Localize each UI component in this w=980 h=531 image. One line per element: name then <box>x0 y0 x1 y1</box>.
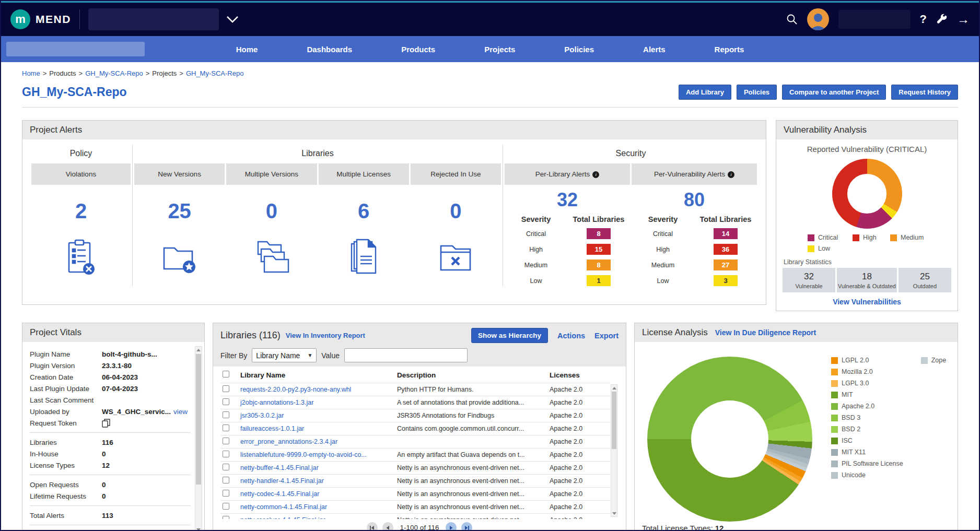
library-link[interactable]: netty-buffer-4.1.45.Final.jar <box>240 464 319 471</box>
table-scrollbar[interactable] <box>611 384 617 517</box>
last-page-button[interactable] <box>461 522 472 531</box>
vitals-scrollbar[interactable] <box>195 346 202 531</box>
nav-item-policies[interactable]: Policies <box>540 45 619 54</box>
divider <box>30 432 191 433</box>
new-versions-count[interactable]: 25 <box>134 199 225 223</box>
search-icon[interactable] <box>786 14 798 25</box>
per-vulnerability-total[interactable]: 80 <box>632 189 757 211</box>
library-link[interactable]: j2objc-annotations-1.3.jar <box>240 399 313 406</box>
multiple-licenses-count[interactable]: 6 <box>319 199 409 223</box>
library-link[interactable]: requests-2.20.0-py2.py3-none-any.whl <box>240 386 351 393</box>
add-library-button[interactable]: Add Library <box>679 85 731 100</box>
nav-item-dashboards[interactable]: Dashboards <box>282 45 377 54</box>
rejected-in-use-count[interactable]: 0 <box>411 199 501 223</box>
breadcrumb-home[interactable]: Home <box>22 69 40 77</box>
high-badge[interactable]: 15 <box>587 244 611 255</box>
scroll-up-icon[interactable] <box>611 385 617 391</box>
view-inventory-report-link[interactable]: View In Inventory Report <box>286 332 365 339</box>
filter-value-input[interactable] <box>344 348 468 362</box>
row-checkbox[interactable] <box>223 477 229 483</box>
low-badge[interactable]: 1 <box>587 275 611 286</box>
row-checkbox[interactable] <box>223 503 229 510</box>
row-checkbox[interactable] <box>223 438 229 444</box>
library-link[interactable]: netty-common-4.1.45.Final.jar <box>240 503 327 511</box>
critical-badge[interactable]: 8 <box>587 228 611 239</box>
violations-count[interactable]: 2 <box>31 199 131 223</box>
logout-icon[interactable]: → <box>957 12 970 27</box>
info-icon[interactable]: i <box>592 171 599 178</box>
scroll-down-icon[interactable] <box>195 526 202 531</box>
row-checkbox[interactable] <box>223 398 229 405</box>
due-diligence-report-link[interactable]: View In Due Diligence Report <box>715 328 816 337</box>
avatar[interactable] <box>807 8 829 30</box>
uploaded-by-view-link[interactable]: view <box>173 408 188 416</box>
copy-token-icon[interactable] <box>102 419 110 428</box>
row-checkbox[interactable] <box>223 516 229 519</box>
chevron-down-icon[interactable] <box>226 16 239 23</box>
vulnerable-stat: 32Vulnerable <box>783 268 835 292</box>
license-donut-chart <box>647 357 812 522</box>
library-link[interactable]: netty-handler-4.1.45.Final.jar <box>240 477 324 485</box>
library-link[interactable]: netty-resolver-4.1.45.Final.jar <box>240 516 325 519</box>
library-link[interactable]: error_prone_annotations-2.3.4.jar <box>240 438 337 445</box>
nav-item-products[interactable]: Products <box>377 45 460 54</box>
library-link[interactable]: failureaccess-1.0.1.jar <box>240 425 304 432</box>
policies-button[interactable]: Policies <box>737 85 777 100</box>
actions-link[interactable]: Actions <box>557 332 585 340</box>
library-link[interactable]: netty-codec-4.1.45.Final.jar <box>240 490 319 498</box>
row-checkbox[interactable] <box>223 464 229 470</box>
apache2-swatch <box>831 403 838 410</box>
medium-badge[interactable]: 27 <box>714 259 738 270</box>
row-checkbox[interactable] <box>223 411 229 418</box>
next-page-button[interactable] <box>446 522 457 531</box>
per-library-alerts-header: Per-Library Alertsi <box>505 163 630 185</box>
pagination-label: 1-100 of 116 <box>400 524 439 531</box>
row-checkbox[interactable] <box>223 424 229 431</box>
new-versions-folder-star-icon <box>134 239 225 275</box>
scroll-down-icon[interactable] <box>611 510 617 516</box>
prev-page-button[interactable] <box>382 522 393 531</box>
medium-badge[interactable]: 8 <box>587 259 611 270</box>
library-link[interactable]: jsr305-3.0.2.jar <box>240 412 284 419</box>
first-page-button[interactable] <box>367 522 378 531</box>
select-all-checkbox[interactable] <box>223 371 229 377</box>
critical-badge[interactable]: 14 <box>714 228 738 239</box>
table-row: jsr305-3.0.2.jarJSR305 Annotations for F… <box>220 409 610 422</box>
help-icon[interactable]: ? <box>920 13 927 26</box>
row-checkbox[interactable] <box>223 451 229 457</box>
page-title: GH_My-SCA-Repo <box>22 85 127 99</box>
nav-item-projects[interactable]: Projects <box>460 45 540 54</box>
table-row: netty-resolver-4.1.45.Final.jarNetty is … <box>220 514 610 520</box>
bsd3-swatch <box>831 415 838 421</box>
row-checkbox[interactable] <box>223 385 229 392</box>
multiple-versions-count[interactable]: 0 <box>226 199 317 223</box>
admin-wrench-icon[interactable] <box>936 14 948 25</box>
library-link[interactable]: listenablefuture-9999.0-empty-to-avoid-c… <box>240 451 367 458</box>
top-bar: m MEND ? → <box>1 3 979 36</box>
per-library-total[interactable]: 32 <box>505 189 630 211</box>
low-badge[interactable]: 3 <box>714 275 738 286</box>
divider <box>30 525 191 525</box>
view-vulnerabilities-link[interactable]: View Vulnerabilities <box>833 298 901 306</box>
breadcrumb-project-name[interactable]: GH_My-SCA-Repo <box>186 69 244 77</box>
lgpl3-swatch <box>831 380 838 387</box>
scroll-up-icon[interactable] <box>195 347 202 353</box>
export-link[interactable]: Export <box>594 332 619 340</box>
table-row: failureaccess-1.0.1.jarContains com.goog… <box>220 422 610 435</box>
nav-item-reports[interactable]: Reports <box>690 45 769 54</box>
nav-item-alerts[interactable]: Alerts <box>619 45 690 54</box>
breadcrumb-product-name[interactable]: GH_My-SCA-Repo <box>85 69 143 77</box>
show-as-hierarchy-button[interactable]: Show as Hierarchy <box>471 328 548 343</box>
compare-project-button[interactable]: Compare to another Project <box>782 85 886 100</box>
filter-field-select[interactable]: Library Name▼ <box>252 348 317 362</box>
critical-swatch <box>808 234 814 241</box>
organization-selector[interactable] <box>88 8 219 30</box>
nav-item-home[interactable]: Home <box>212 45 283 54</box>
row-checkbox[interactable] <box>223 490 229 497</box>
info-icon[interactable]: i <box>728 171 734 178</box>
request-history-button[interactable]: Request History <box>891 85 958 100</box>
license-analysis-panel: License Analysis View In Due Diligence R… <box>634 323 958 531</box>
mend-logo[interactable]: m MEND <box>10 9 71 29</box>
libraries-panel: Libraries (116) View In Inventory Report… <box>213 323 626 531</box>
high-badge[interactable]: 36 <box>714 244 738 255</box>
